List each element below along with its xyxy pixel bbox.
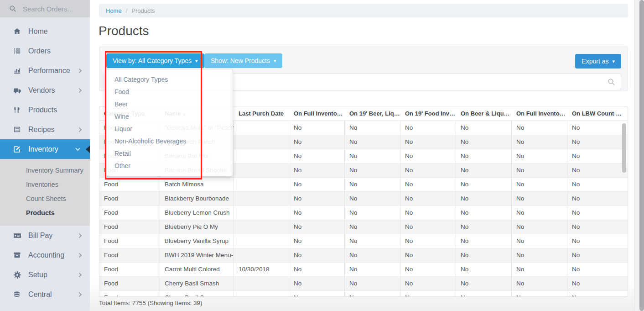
sidebar-search-bar[interactable]	[0, 0, 90, 17]
show-dropdown-button[interactable]: Show: New Products ▾	[204, 53, 282, 68]
view-by-label: View by: All Category Types	[113, 57, 192, 64]
table-row[interactable]: FoodBlackberry BourbonadeNoNoNoNoNoNo	[99, 191, 628, 206]
dropdown-item-beer[interactable]: Beer	[105, 98, 233, 111]
column-header-on-19-beer-liq[interactable]: On 19' Beer, Liq…	[345, 106, 400, 121]
cell-flag: No	[567, 220, 628, 234]
sidebar-item-label: Vendors	[28, 86, 55, 95]
dropdown-item-food[interactable]: Food	[105, 86, 233, 98]
dropdown-item-liquor[interactable]: Liquor	[105, 123, 233, 135]
submenu-item-inventories[interactable]: Inventories	[26, 178, 90, 192]
sidebar-item-label: Accounting	[28, 251, 64, 259]
cell-flag: No	[512, 234, 567, 248]
cell-category-type: Food	[99, 277, 160, 290]
sidebar-item-orders[interactable]: Orders	[0, 41, 90, 61]
column-header-label: On LBW Count …	[572, 110, 622, 117]
export-as-button[interactable]: Export as ▾	[575, 54, 621, 69]
sidebar-item-vendors[interactable]: Vendors	[0, 80, 90, 100]
sidebar-item-label: Recipes	[28, 126, 55, 134]
table-row[interactable]: FoodBlueberry Vanilla SyrupNoNoNoNoNoNo	[99, 234, 628, 248]
export-label: Export as	[582, 58, 608, 65]
cell-last-purch-date	[234, 206, 289, 220]
cell-last-purch-date	[234, 135, 289, 149]
submenu-item-inventory-summary[interactable]: Inventory Summary	[26, 163, 90, 178]
active-item-caret	[86, 146, 90, 153]
cell-flag: No	[289, 248, 345, 262]
table-row[interactable]: FoodCherry Basil SyrupNoNoNoNoNoNo	[99, 290, 628, 297]
sidebar-nav-bottom: Bill PayAccountingSetupCentral	[0, 226, 90, 304]
cell-flag: No	[289, 192, 345, 206]
sidebar-item-setup[interactable]: Setup	[0, 265, 90, 285]
sidebar-item-home[interactable]: Home	[0, 21, 90, 41]
search-orders-input[interactable]	[22, 5, 83, 13]
column-header-last-purch-date[interactable]: Last Purch Date	[234, 106, 289, 121]
products-icon	[13, 106, 24, 114]
cell-flag: No	[512, 149, 567, 163]
column-header-on-19-food-inv[interactable]: On 19' Food Inv…	[400, 106, 456, 121]
cell-flag: No	[345, 178, 400, 191]
column-header-on-full-invento[interactable]: On Full Invento…	[512, 106, 567, 121]
cell-flag: No	[345, 277, 400, 290]
cell-flag: No	[289, 135, 345, 149]
column-header-label: On Full Invento…	[516, 110, 566, 117]
cell-flag: No	[400, 263, 456, 276]
dropdown-item-wine[interactable]: Wine	[105, 111, 233, 123]
sidebar-nav-top: HomeOrdersPerformanceVendorsProductsReci…	[0, 17, 90, 159]
show-label: Show: New Products	[211, 57, 270, 64]
table-row[interactable]: FoodCarrot Multi Colored10/30/2018NoNoNo…	[99, 262, 628, 276]
table-row[interactable]: FoodBWH 2019 Winter Menu- …NoNoNoNoNoNo	[99, 248, 628, 262]
cell-flag: No	[456, 135, 512, 149]
performance-icon	[13, 67, 24, 74]
sidebar-item-label: Bill Pay	[28, 232, 52, 240]
sidebar-item-label: Inventory	[28, 145, 58, 153]
submenu-item-products[interactable]: Products	[26, 206, 90, 220]
cell-flag: No	[345, 220, 400, 234]
cell-flag: No	[400, 163, 456, 177]
breadcrumb-home-link[interactable]: Home	[106, 7, 122, 14]
cell-name: Blackberry Bourbonade	[160, 192, 234, 206]
column-header-label: On Full Invento…	[294, 110, 343, 117]
column-header-on-lbw-count[interactable]: On LBW Count …	[567, 106, 628, 121]
dropdown-item-all-category-types[interactable]: All Category Types	[105, 74, 233, 86]
sidebar-item-bill-pay[interactable]: Bill Pay	[0, 226, 90, 245]
cell-flag: No	[456, 192, 512, 206]
sidebar-item-performance[interactable]: Performance	[0, 61, 90, 80]
caret-down-icon: ▾	[274, 58, 276, 64]
cell-name: Cherry Basil Syrup	[160, 291, 234, 297]
dropdown-item-retail[interactable]: Retail	[105, 148, 233, 160]
cell-flag: No	[456, 149, 512, 163]
sidebar-item-products[interactable]: Products	[0, 100, 90, 120]
cell-flag: No	[400, 234, 456, 248]
cell-flag: No	[456, 277, 512, 290]
chevron-right-icon	[78, 252, 83, 258]
sidebar-item-label: Home	[28, 27, 48, 36]
cell-flag: No	[345, 206, 400, 220]
search-icon	[608, 78, 615, 86]
cell-flag: No	[456, 178, 512, 191]
table-row[interactable]: FoodCherry Basil SmashNoNoNoNoNoNo	[99, 276, 628, 290]
dropdown-item-other[interactable]: Other	[105, 160, 233, 172]
cell-last-purch-date	[234, 248, 289, 262]
column-header-on-full-invento[interactable]: On Full Invento…	[289, 106, 345, 121]
cell-flag: No	[512, 163, 567, 177]
table-row[interactable]: FoodBlueberry Lemon CrushNoNoNoNoNoNo	[99, 206, 628, 220]
sidebar-item-inventory[interactable]: Inventory	[0, 139, 90, 159]
sidebar-item-recipes[interactable]: Recipes	[0, 120, 90, 139]
dropdown-item-non-alcoholic-beverages[interactable]: Non-Alcoholic Beverages	[105, 135, 233, 148]
cell-name: Batch Mimosa	[160, 178, 234, 191]
cell-flag: No	[512, 121, 567, 135]
cell-flag: No	[345, 121, 400, 135]
table-row[interactable]: FoodBlueberry Pie O MyNoNoNoNoNoNo	[99, 220, 628, 234]
window-scrollbar-thumb[interactable]	[639, 0, 644, 311]
column-header-on-beer-liqu[interactable]: On Beer & Liqu…	[456, 106, 512, 121]
submenu-item-count-sheets[interactable]: Count Sheets	[26, 192, 90, 206]
cell-flag: No	[345, 248, 400, 262]
page-title: Products	[99, 24, 149, 38]
cell-name: Cherry Basil Smash	[160, 277, 234, 290]
view-by-dropdown-button[interactable]: View by: All Category Types ▾	[106, 53, 204, 68]
table-row[interactable]: FoodBatch MimosaNoNoNoNoNoNo	[99, 177, 628, 191]
cell-flag: No	[289, 234, 345, 248]
cell-last-purch-date	[234, 163, 289, 177]
sidebar-item-central[interactable]: Central	[0, 285, 90, 304]
table-scrollbar-thumb[interactable]	[622, 123, 626, 173]
sidebar-item-accounting[interactable]: Accounting	[0, 245, 90, 265]
